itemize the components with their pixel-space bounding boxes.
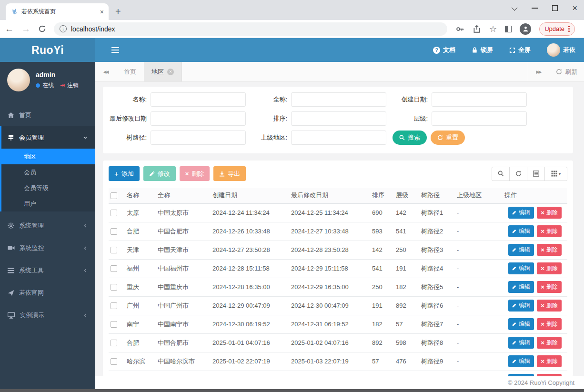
- fullscreen-link[interactable]: 全屏: [509, 46, 531, 54]
- level-input[interactable]: [432, 111, 527, 126]
- cell-name: 广州: [125, 296, 156, 315]
- table-columns-button[interactable]: ▾: [544, 167, 567, 181]
- row-delete-button[interactable]: ×删除: [537, 262, 562, 274]
- row-checkbox[interactable]: [111, 210, 117, 216]
- cell-fullname: 中国福州市: [156, 259, 211, 278]
- window-close-button[interactable]: ×: [572, 4, 577, 12]
- row-checkbox[interactable]: [111, 321, 117, 328]
- window-minimize-button[interactable]: [532, 8, 538, 9]
- page-tab-home[interactable]: 首页: [116, 62, 144, 81]
- new-tab-button[interactable]: +: [115, 6, 121, 17]
- page-tab-region[interactable]: 地区 ×: [144, 62, 182, 81]
- sidebar-item-system-mgmt[interactable]: 系统管理: [0, 214, 95, 237]
- row-checkbox[interactable]: [111, 358, 117, 365]
- created-date-input[interactable]: [432, 92, 527, 107]
- cell-created: 2024-12-28 15:11:58: [211, 259, 289, 278]
- sidebar-item-member[interactable]: 会员: [1, 164, 95, 180]
- window-menu-chevron-icon[interactable]: [512, 4, 518, 10]
- browser-tab-close-icon[interactable]: ×: [100, 9, 104, 15]
- browser-tab[interactable]: 若依系统首页 ×: [6, 3, 109, 20]
- edit-button[interactable]: 修改: [143, 166, 176, 181]
- row-delete-button[interactable]: ×删除: [537, 225, 562, 237]
- page-tab-close-icon[interactable]: ×: [167, 69, 174, 75]
- tab-refresh-button[interactable]: 刷新: [549, 62, 584, 81]
- back-button[interactable]: ←: [5, 24, 14, 34]
- row-delete-button[interactable]: ×删除: [537, 318, 562, 330]
- tabs-scroll-left-button[interactable]: ◀◀: [95, 62, 116, 81]
- row-edit-button[interactable]: 编辑: [508, 207, 534, 219]
- table-detail-view-button[interactable]: [527, 167, 545, 181]
- docs-link[interactable]: ? 文档: [433, 46, 455, 54]
- browser-menu-dots-icon[interactable]: [568, 26, 570, 32]
- sidebar-section-member-mgmt: 会员管理 地区 会员 会员等级 用户: [0, 126, 95, 211]
- row-edit-button[interactable]: 编辑: [508, 225, 534, 237]
- row-edit-button[interactable]: 编辑: [508, 262, 534, 274]
- browser-refresh-icon[interactable]: [38, 25, 46, 33]
- columns-grid-icon: [551, 171, 557, 177]
- tabs-scroll-right-button[interactable]: ▶▶: [528, 62, 549, 81]
- forward-button[interactable]: →: [21, 24, 30, 34]
- sidebar-avatar[interactable]: [7, 69, 30, 91]
- logout-link[interactable]: 注销: [67, 81, 79, 90]
- row-edit-button[interactable]: 编辑: [508, 244, 534, 256]
- sidebar-item-system-tools[interactable]: 系统工具: [0, 259, 95, 281]
- cell-modified: 2024-12-28 23:50:28: [289, 241, 370, 259]
- export-button[interactable]: 导出: [213, 166, 246, 181]
- row-checkbox[interactable]: [111, 265, 117, 272]
- search-button[interactable]: 搜索: [393, 131, 427, 145]
- row-delete-button[interactable]: ×删除: [537, 355, 562, 367]
- parent-region-input[interactable]: [291, 131, 386, 145]
- sidebar-item-user[interactable]: 用户: [1, 196, 95, 211]
- sort-input[interactable]: [291, 111, 386, 126]
- table-row: 合肥 中国合肥市 2024-12-26 10:33:48 2024-12-27 …: [109, 222, 567, 241]
- sidebar-item-official-site[interactable]: 若依官网: [0, 281, 95, 304]
- sidebar-item-system-monitor[interactable]: 系统监控: [0, 237, 95, 259]
- lock-screen-link[interactable]: 锁屏: [472, 46, 493, 54]
- row-edit-button[interactable]: 编辑: [508, 318, 534, 330]
- fullname-input[interactable]: [291, 92, 386, 107]
- cell-tree-path: 树路径8: [419, 333, 455, 352]
- row-delete-button[interactable]: ×删除: [537, 207, 562, 219]
- edit-icon: [149, 171, 155, 177]
- row-edit-button[interactable]: 编辑: [508, 355, 534, 367]
- sidebar-item-member-level[interactable]: 会员等级: [1, 180, 95, 196]
- bookmark-star-icon[interactable]: ☆: [489, 24, 497, 34]
- row-checkbox[interactable]: [111, 228, 117, 235]
- browser-profile-icon[interactable]: [520, 23, 531, 35]
- tree-path-input[interactable]: [151, 131, 246, 145]
- delete-button[interactable]: ×删除: [180, 166, 210, 181]
- header-user[interactable]: 若依: [547, 43, 575, 57]
- row-delete-button[interactable]: ×删除: [537, 337, 562, 349]
- select-all-checkbox[interactable]: [111, 192, 117, 199]
- address-bar[interactable]: i localhost/index: [54, 22, 447, 36]
- sidebar-item-region[interactable]: 地区: [1, 149, 95, 164]
- row-checkbox[interactable]: [111, 302, 117, 309]
- row-edit-button[interactable]: 编辑: [508, 337, 534, 349]
- row-delete-button[interactable]: ×删除: [537, 244, 562, 256]
- row-delete-button[interactable]: ×删除: [537, 300, 562, 312]
- site-info-icon[interactable]: i: [60, 25, 67, 32]
- add-button[interactable]: +添加: [109, 166, 140, 181]
- window-maximize-button[interactable]: [552, 5, 558, 11]
- table-refresh-button[interactable]: [509, 167, 527, 181]
- sidebar-item-demo[interactable]: 实例演示: [0, 304, 95, 326]
- sidebar-item-member-mgmt[interactable]: 会员管理: [1, 126, 95, 149]
- app-logo[interactable]: RuoYi: [0, 38, 95, 62]
- row-checkbox[interactable]: [111, 284, 117, 291]
- row-edit-button[interactable]: 编辑: [508, 281, 534, 293]
- row-edit-button[interactable]: 编辑: [508, 300, 534, 312]
- password-key-icon[interactable]: [456, 25, 464, 33]
- modified-date-input[interactable]: [151, 111, 246, 126]
- row-checkbox[interactable]: [111, 340, 117, 346]
- row-checkbox[interactable]: [111, 247, 117, 253]
- side-panel-icon[interactable]: [505, 26, 512, 32]
- table-search-toggle-button[interactable]: [492, 167, 510, 181]
- table-row: 太原 中国太原市 2024-12-24 11:34:24 2024-12-25 …: [109, 203, 567, 222]
- browser-update-button[interactable]: Update: [539, 22, 575, 36]
- share-icon[interactable]: [473, 25, 481, 33]
- sidebar-toggle-icon[interactable]: [111, 47, 119, 53]
- sidebar-item-home[interactable]: 首页: [0, 104, 95, 126]
- row-delete-button[interactable]: ×删除: [537, 281, 562, 293]
- reset-button[interactable]: 重置: [431, 131, 465, 145]
- name-input[interactable]: [151, 92, 246, 107]
